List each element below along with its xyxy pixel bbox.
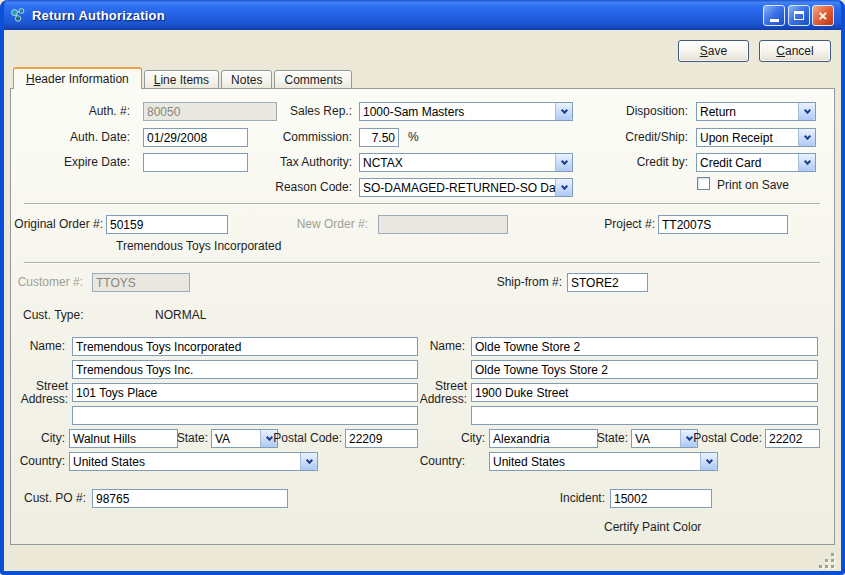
ship-address3-field[interactable] xyxy=(471,406,818,425)
sales-rep-select[interactable]: 1000-Sam Masters xyxy=(359,102,573,121)
tab-label: Comments xyxy=(284,73,342,87)
bill-country-value: United States xyxy=(70,453,300,470)
chevron-down-icon xyxy=(798,129,815,146)
tax-authority-value: NCTAX xyxy=(360,154,555,171)
chevron-down-icon xyxy=(555,179,572,196)
project-field[interactable] xyxy=(658,215,788,234)
new-order-label: New Order #: xyxy=(297,218,368,231)
tax-authority-select[interactable]: NCTAX xyxy=(359,153,573,172)
chevron-down-icon xyxy=(700,453,717,470)
bill-postal-field[interactable] xyxy=(345,429,418,448)
ship-address1-field[interactable] xyxy=(471,360,818,379)
credit-by-value: Credit Card xyxy=(697,154,798,171)
tab-notes[interactable]: Notes xyxy=(221,70,272,89)
cust-po-field[interactable] xyxy=(92,489,288,508)
save-label: Save xyxy=(700,44,727,58)
reason-code-label: Reason Code: xyxy=(275,181,352,194)
bill-state-select[interactable]: VA xyxy=(211,429,278,448)
ship-postal-label: Postal Code: xyxy=(693,432,762,445)
disposition-label: Disposition: xyxy=(626,105,688,118)
sales-rep-value: 1000-Sam Masters xyxy=(360,103,555,120)
bill-address2-field[interactable] xyxy=(72,383,418,402)
incident-note: Certify Paint Color xyxy=(604,521,701,534)
auth-date-field[interactable] xyxy=(143,128,248,147)
bill-country-label: Country: xyxy=(20,455,65,468)
commission-unit: % xyxy=(408,131,419,144)
expire-date-label: Expire Date: xyxy=(64,156,130,169)
expire-date-field[interactable] xyxy=(143,153,248,172)
maximize-icon xyxy=(794,11,804,20)
original-order-customer-name: Tremendous Toys Incorporated xyxy=(116,240,281,253)
tab-bar: Header Information Line Items Notes Comm… xyxy=(13,67,352,89)
chevron-down-icon xyxy=(300,453,317,470)
incident-label: Incident: xyxy=(560,492,605,505)
section-divider xyxy=(24,203,820,204)
credit-by-label: Credit by: xyxy=(637,156,688,169)
original-order-label: Original Order #: xyxy=(14,218,103,231)
maximize-button[interactable] xyxy=(788,5,810,26)
bill-address1-field[interactable] xyxy=(72,360,418,379)
minimize-icon xyxy=(770,19,779,22)
tab-label: Notes xyxy=(231,73,262,87)
window-title: Return Authorization xyxy=(32,8,165,23)
ship-state-label: State: xyxy=(597,432,628,445)
chevron-down-icon xyxy=(798,103,815,120)
ship-city-label: City: xyxy=(461,432,485,445)
auth-no-label: Auth. #: xyxy=(89,105,130,118)
ship-street-label: Street Address: xyxy=(411,380,467,406)
reason-code-select[interactable]: SO-DAMAGED-RETURNED-SO Damage xyxy=(359,178,573,197)
ship-state-select[interactable]: VA xyxy=(631,429,698,448)
close-button[interactable]: × xyxy=(812,5,834,26)
commission-field[interactable] xyxy=(359,128,399,147)
credit-ship-select[interactable]: Upon Receipt xyxy=(696,128,816,147)
customer-no-field xyxy=(92,273,190,292)
chevron-down-icon xyxy=(555,103,572,120)
reason-code-value: SO-DAMAGED-RETURNED-SO Damage xyxy=(360,179,555,196)
ship-from-label: Ship-from #: xyxy=(497,276,562,289)
tax-authority-label: Tax Authority: xyxy=(280,156,352,169)
ship-country-label: Country: xyxy=(420,455,465,468)
auth-no-field xyxy=(143,102,277,121)
bill-city-field[interactable] xyxy=(69,429,178,448)
commission-label: Commission: xyxy=(283,131,352,144)
ship-address2-field[interactable] xyxy=(471,383,818,402)
credit-ship-value: Upon Receipt xyxy=(697,129,798,146)
bill-state-value: VA xyxy=(212,430,260,447)
cancel-label: Cancel xyxy=(776,44,813,58)
titlebar[interactable]: Return Authorization × xyxy=(0,0,845,30)
cust-type-label: Cust. Type: xyxy=(23,309,83,322)
ship-postal-field[interactable] xyxy=(765,429,820,448)
incident-field[interactable] xyxy=(610,489,712,508)
bill-address3-field[interactable] xyxy=(72,406,418,425)
bill-country-select[interactable]: United States xyxy=(69,452,318,471)
close-icon: × xyxy=(819,8,828,23)
credit-by-select[interactable]: Credit Card xyxy=(696,153,816,172)
original-order-field[interactable] xyxy=(106,215,228,234)
print-on-save-label: Print on Save xyxy=(717,179,789,192)
return-authorization-window: Return Authorization × Save Cancel Heade… xyxy=(0,0,845,575)
ship-name-label: Name: xyxy=(430,340,465,353)
bill-postal-label: Postal Code: xyxy=(273,432,342,445)
auth-date-label: Auth. Date: xyxy=(70,131,130,144)
save-button[interactable]: Save xyxy=(678,40,749,62)
tab-line-items[interactable]: Line Items xyxy=(144,70,219,89)
ship-country-value: United States xyxy=(490,453,700,470)
ship-name-field[interactable] xyxy=(471,337,818,356)
tab-header-information[interactable]: Header Information xyxy=(13,67,142,89)
minimize-button[interactable] xyxy=(763,5,785,26)
credit-ship-label: Credit/Ship: xyxy=(625,131,688,144)
ship-city-field[interactable] xyxy=(489,429,598,448)
tab-comments[interactable]: Comments xyxy=(274,70,352,89)
disposition-value: Return xyxy=(697,103,798,120)
cancel-button[interactable]: Cancel xyxy=(759,40,831,62)
bill-name-field[interactable] xyxy=(72,337,418,356)
ship-country-select[interactable]: United States xyxy=(489,452,718,471)
ship-state-value: VA xyxy=(632,430,680,447)
ship-from-field[interactable] xyxy=(567,273,648,292)
bill-street-label: Street Address: xyxy=(12,380,68,406)
app-icon xyxy=(10,7,26,23)
section-divider xyxy=(24,262,820,263)
disposition-select[interactable]: Return xyxy=(696,102,816,121)
bill-city-label: City: xyxy=(41,432,65,445)
print-on-save-checkbox[interactable] xyxy=(697,177,710,190)
